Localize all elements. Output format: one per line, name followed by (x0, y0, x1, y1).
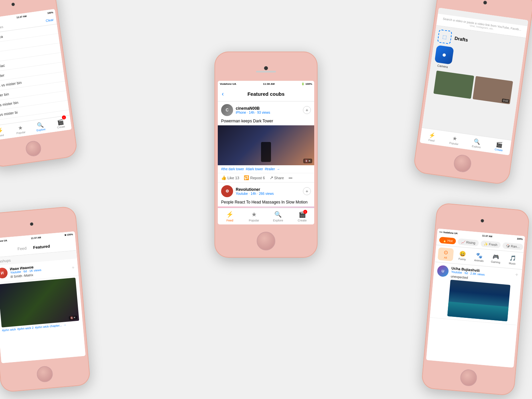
right-bottom-home-button[interactable] (460, 369, 477, 387)
feed-tab-feed[interactable]: Feed (17, 246, 27, 251)
right-top-phone: Search a video or paste a video link fro… (413, 0, 532, 185)
cat-gaming[interactable]: 🎮 Gaming (488, 252, 504, 266)
filter-random[interactable]: 🎲 Ran... (502, 242, 523, 250)
feed-tag-3[interactable]: #john wick chapter... (35, 324, 62, 329)
repost-icon: 🔁 (244, 175, 249, 180)
search-create-icon: 🎬 (57, 118, 64, 126)
share-btn-1[interactable]: ↗ Share (270, 175, 284, 180)
feed-video-thumb[interactable]: 🔇✕ (0, 278, 79, 328)
center-tab-bar: ⚡ Feed ★ Popular 🔍 Explore 🎬 1 Create (218, 208, 314, 224)
left-bottom-home-button[interactable] (36, 365, 54, 383)
feed-more-arrow[interactable]: → (63, 323, 66, 327)
center-home-button[interactable] (257, 232, 275, 250)
center-camera (264, 66, 268, 70)
follow-btn-1[interactable]: + (303, 106, 311, 114)
center-speaker (256, 71, 276, 72)
left-bottom-camera (30, 222, 34, 226)
post-user-info-1: cinemaN00B iPhone · 14h · 93 views (236, 106, 300, 114)
tag[interactable]: #trailer (265, 167, 275, 171)
filter-rising[interactable]: 📈 Rising (458, 238, 479, 246)
tab-popular[interactable]: ★ Popular (242, 211, 266, 222)
post-actions-1: 👍 Like 13 🔁 Repost 6 ↗ Share ••• (218, 173, 314, 182)
camera-app[interactable]: ● Camera (434, 45, 454, 69)
tag[interactable]: #dark tower (246, 167, 263, 171)
carrier-label: Vodafone UA (220, 82, 236, 85)
like-btn-1[interactable]: 👍 Like 13 (221, 175, 239, 180)
all-icon: ⊙ (444, 249, 449, 256)
filter-hot[interactable]: 🔥 Hot (439, 237, 456, 244)
all-label: All (444, 256, 447, 259)
rt-popular-icon: ★ (452, 135, 458, 142)
search-tab-explore[interactable]: 🔍 Explore (30, 118, 52, 135)
post-title-2: People React To Head Massages In Slow Mo… (218, 200, 314, 206)
post-header-2: ⚙ Revolutioner Youtube · 14h · 266 views… (218, 183, 314, 200)
music-icon: 🎵 (509, 255, 516, 262)
feed-avatar: И (0, 267, 8, 279)
battery-label: 🔋 100% (301, 82, 312, 85)
post-meta-1: iPhone · 14h · 93 views (236, 111, 300, 114)
cat-animals[interactable]: 🐾 Animals (471, 250, 487, 264)
funny-icon: 😄 (459, 250, 466, 257)
share-label: Share (274, 176, 284, 180)
left-top-home-button[interactable] (25, 140, 42, 157)
feed-tag-1[interactable]: #john wick (2, 328, 16, 332)
drafts-thumb-2[interactable]: 0:02 (472, 76, 513, 104)
hot-video-large[interactable] (447, 280, 510, 321)
rt-tab-create[interactable]: 🎬 Create (487, 137, 512, 155)
rt-tab-feed[interactable]: ⚡ Feed (420, 128, 444, 146)
tab-create[interactable]: 🎬 1 Create (290, 211, 315, 222)
rt-feed-icon: ⚡ (429, 131, 436, 139)
clear-button[interactable]: Clear (46, 18, 54, 23)
rt-tab-explore[interactable]: 🔍 Explore (465, 134, 489, 152)
search-tab-create[interactable]: 🎬 1 Create (50, 115, 71, 132)
search-tab-popular[interactable]: ★ Popular (9, 121, 31, 138)
rt-create-label: Create (494, 148, 503, 152)
rt-popular-label: Popular (449, 141, 459, 146)
cat-funny[interactable]: 😄 Funny (454, 249, 471, 263)
rt-explore-label: Explore (471, 145, 481, 149)
hot-battery: 100% (517, 237, 523, 240)
search-feed-icon: ⚡ (0, 127, 4, 134)
drafts-area: ⬚ Drafts ● Camera 0:02 (426, 26, 526, 109)
follow-btn-2[interactable]: + (303, 187, 311, 195)
post-username-2: Revolutioner (236, 187, 300, 192)
post-source-1: iPhone (236, 111, 246, 114)
camera-label: Camera (437, 64, 448, 68)
gaming-icon: 🎮 (492, 253, 500, 260)
more-btn-1[interactable]: ••• (289, 176, 293, 180)
filter-fresh[interactable]: ✨ Fresh (480, 240, 501, 248)
hot-carrier: •••• Vodafone UA (439, 230, 458, 234)
search-create-label: Create (57, 125, 65, 129)
mute-btn-1[interactable]: 🔇✕ (303, 159, 312, 163)
cat-all[interactable]: ⊙ All (438, 247, 454, 261)
post-avatar-2: ⚙ (221, 185, 233, 197)
rt-tab-popular[interactable]: ★ Popular (442, 131, 467, 149)
feed-follow-btn[interactable]: + (71, 265, 75, 270)
hot-follow-btn[interactable]: + (515, 272, 519, 278)
tab-feed[interactable]: ⚡ Feed (218, 211, 242, 222)
more-tags[interactable]: → (277, 167, 280, 171)
right-top-home-button[interactable] (453, 154, 472, 173)
post-video-1[interactable]: 🔇✕ (218, 125, 314, 165)
like-icon: 👍 (221, 175, 226, 180)
feed-tag-2[interactable]: #john wick 2 (17, 326, 34, 331)
explore-label: Explore (273, 219, 283, 222)
drafts-thumb-1[interactable] (433, 70, 474, 99)
search-popular-label: Popular (16, 131, 26, 135)
share-icon: ↗ (270, 175, 273, 180)
feed-post-info: Иван Иванов Youtube · 6d · 1K views ill … (10, 262, 69, 279)
tab-explore[interactable]: 🔍 Explore (266, 211, 290, 222)
right-bottom-phone: •••• Vodafone UA 11:37 AM 100% 🔥 Hot 📈 R… (421, 202, 530, 396)
search-time: 11:37 AM (16, 15, 27, 18)
tag[interactable]: #the dark tower (221, 167, 244, 171)
post-source-2: Youtube (236, 192, 248, 196)
repost-btn-1[interactable]: 🔁 Repost 6 (244, 175, 265, 180)
more-icon: ••• (289, 176, 293, 180)
post-header-1: C cinemaN00B iPhone · 14h · 93 views + (218, 101, 314, 119)
rt-create-icon: 🎬 (496, 141, 503, 148)
video-duration: 0:02 (502, 98, 509, 103)
funny-label: Funny (458, 257, 466, 261)
feed-tab-featured[interactable]: Featured (33, 244, 50, 250)
back-button[interactable]: ‹ (222, 90, 224, 97)
cat-music[interactable]: 🎵 Music (504, 253, 521, 267)
